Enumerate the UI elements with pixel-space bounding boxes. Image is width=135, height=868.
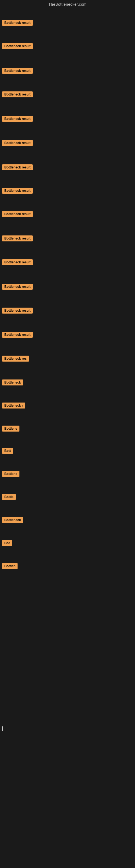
bottleneck-item-6[interactable]: Bottleneck result [2,140,33,146]
bottleneck-item-2[interactable]: Bottleneck result [2,43,33,49]
bottleneck-item-4[interactable]: Bottleneck result [2,91,33,97]
bottleneck-item-19[interactable]: Bott [2,448,13,454]
bottleneck-item-17[interactable]: Bottleneck r [2,403,25,408]
bottleneck-item-13[interactable]: Bottleneck result [2,308,33,314]
bottleneck-item-14[interactable]: Bottleneck result [2,332,33,338]
bottleneck-item-10[interactable]: Bottleneck result [2,236,33,241]
bottleneck-item-21[interactable]: Bottle [2,494,16,500]
bottleneck-item-24[interactable]: Bottlen [2,563,17,569]
bottleneck-item-16[interactable]: Bottleneck [2,379,23,385]
bottleneck-item-7[interactable]: Bottleneck result [2,164,33,170]
bottleneck-item-20[interactable]: Bottlene [2,471,19,477]
bottleneck-item-5[interactable]: Bottleneck result [2,116,33,122]
bottleneck-item-8[interactable]: Bottleneck result [2,188,33,194]
bottleneck-item-11[interactable]: Bottleneck result [2,259,33,265]
bottleneck-item-15[interactable]: Bottleneck res [2,355,29,362]
site-title: TheBottlenecker.com [0,0,135,8]
bottleneck-item-9[interactable]: Bottleneck result [2,211,33,217]
bottleneck-item-22[interactable]: Bottleneck [2,517,23,523]
bottleneck-item-1[interactable]: Bottleneck result [2,20,33,26]
bottleneck-item-18[interactable]: Bottlene [2,426,19,432]
bottleneck-item-3[interactable]: Bottleneck result [2,68,33,74]
bottleneck-item-23[interactable]: Bot [2,540,12,546]
cursor-line [2,726,3,731]
bottleneck-item-12[interactable]: Bottleneck result [2,284,33,290]
